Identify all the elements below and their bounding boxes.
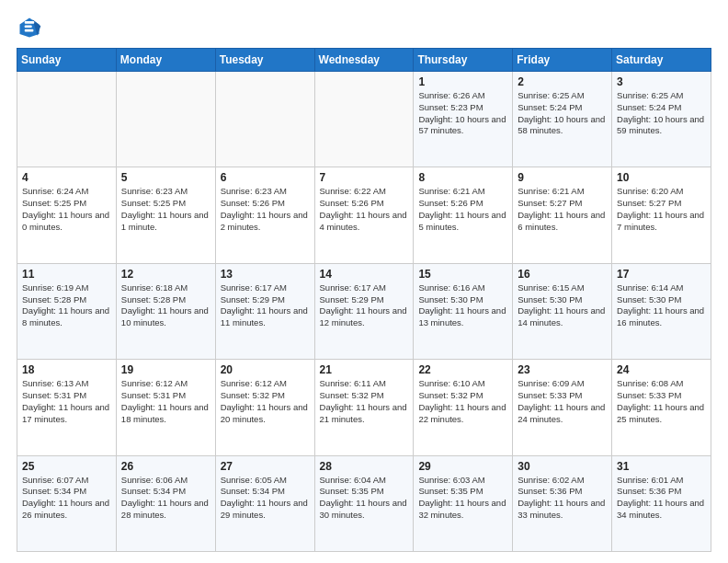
day-cell: 29Sunrise: 6:03 AM Sunset: 5:35 PM Dayli… bbox=[414, 455, 513, 551]
col-header-friday: Friday bbox=[513, 49, 612, 72]
week-row-3: 18Sunrise: 6:13 AM Sunset: 5:31 PM Dayli… bbox=[17, 360, 711, 455]
day-info: Sunrise: 6:02 AM Sunset: 5:36 PM Dayligh… bbox=[518, 475, 607, 522]
week-row-4: 25Sunrise: 6:07 AM Sunset: 5:34 PM Dayli… bbox=[17, 455, 711, 551]
col-header-tuesday: Tuesday bbox=[215, 49, 314, 72]
calendar-body: 1Sunrise: 6:26 AM Sunset: 5:23 PM Daylig… bbox=[17, 72, 711, 552]
day-info: Sunrise: 6:16 AM Sunset: 5:30 PM Dayligh… bbox=[418, 282, 507, 329]
day-info: Sunrise: 6:25 AM Sunset: 5:24 PM Dayligh… bbox=[518, 90, 607, 137]
day-cell: 28Sunrise: 6:04 AM Sunset: 5:35 PM Dayli… bbox=[314, 455, 414, 551]
week-row-0: 1Sunrise: 6:26 AM Sunset: 5:23 PM Daylig… bbox=[17, 72, 711, 167]
day-info: Sunrise: 6:23 AM Sunset: 5:26 PM Dayligh… bbox=[221, 186, 310, 233]
day-cell: 10Sunrise: 6:20 AM Sunset: 5:27 PM Dayli… bbox=[612, 167, 711, 263]
day-cell: 15Sunrise: 6:16 AM Sunset: 5:30 PM Dayli… bbox=[414, 263, 513, 359]
day-info: Sunrise: 6:03 AM Sunset: 5:35 PM Dayligh… bbox=[418, 475, 507, 522]
day-number: 5 bbox=[121, 171, 210, 184]
day-number: 6 bbox=[221, 171, 310, 184]
day-number: 9 bbox=[518, 171, 607, 184]
calendar-header: SundayMondayTuesdayWednesdayThursdayFrid… bbox=[17, 49, 711, 72]
day-info: Sunrise: 6:22 AM Sunset: 5:26 PM Dayligh… bbox=[320, 186, 409, 233]
day-cell: 25Sunrise: 6:07 AM Sunset: 5:34 PM Dayli… bbox=[17, 455, 117, 551]
day-number: 23 bbox=[518, 363, 607, 376]
day-cell: 23Sunrise: 6:09 AM Sunset: 5:33 PM Dayli… bbox=[513, 360, 612, 455]
day-number: 13 bbox=[221, 268, 310, 281]
svg-rect-2 bbox=[25, 21, 35, 24]
day-cell: 12Sunrise: 6:18 AM Sunset: 5:28 PM Dayli… bbox=[116, 263, 215, 359]
day-number: 17 bbox=[617, 268, 706, 281]
day-cell bbox=[215, 72, 314, 167]
day-number: 20 bbox=[221, 363, 310, 376]
day-cell: 2Sunrise: 6:25 AM Sunset: 5:24 PM Daylig… bbox=[513, 72, 612, 167]
day-number: 29 bbox=[418, 460, 507, 473]
calendar: SundayMondayTuesdayWednesdayThursdayFrid… bbox=[17, 48, 711, 552]
day-number: 3 bbox=[617, 75, 706, 88]
day-number: 2 bbox=[518, 75, 607, 88]
day-cell: 21Sunrise: 6:11 AM Sunset: 5:32 PM Dayli… bbox=[314, 360, 414, 455]
day-info: Sunrise: 6:01 AM Sunset: 5:36 PM Dayligh… bbox=[617, 475, 706, 522]
day-number: 24 bbox=[617, 363, 706, 376]
day-cell bbox=[116, 72, 215, 167]
day-number: 19 bbox=[121, 363, 210, 376]
day-info: Sunrise: 6:17 AM Sunset: 5:29 PM Dayligh… bbox=[221, 282, 310, 329]
day-cell: 6Sunrise: 6:23 AM Sunset: 5:26 PM Daylig… bbox=[215, 167, 314, 263]
day-cell: 1Sunrise: 6:26 AM Sunset: 5:23 PM Daylig… bbox=[414, 72, 513, 167]
day-cell: 20Sunrise: 6:12 AM Sunset: 5:32 PM Dayli… bbox=[215, 360, 314, 455]
day-number: 1 bbox=[418, 75, 507, 88]
day-info: Sunrise: 6:18 AM Sunset: 5:28 PM Dayligh… bbox=[121, 282, 210, 329]
day-cell bbox=[17, 72, 117, 167]
day-number: 4 bbox=[22, 171, 111, 184]
day-info: Sunrise: 6:15 AM Sunset: 5:30 PM Dayligh… bbox=[518, 282, 607, 329]
day-cell: 18Sunrise: 6:13 AM Sunset: 5:31 PM Dayli… bbox=[17, 360, 117, 455]
day-info: Sunrise: 6:21 AM Sunset: 5:27 PM Dayligh… bbox=[518, 186, 607, 233]
day-info: Sunrise: 6:25 AM Sunset: 5:24 PM Dayligh… bbox=[617, 90, 706, 137]
col-header-thursday: Thursday bbox=[414, 49, 513, 72]
day-number: 30 bbox=[518, 460, 607, 473]
day-cell: 24Sunrise: 6:08 AM Sunset: 5:33 PM Dayli… bbox=[612, 360, 711, 455]
day-info: Sunrise: 6:20 AM Sunset: 5:27 PM Dayligh… bbox=[617, 186, 706, 233]
day-number: 12 bbox=[121, 268, 210, 281]
day-number: 27 bbox=[221, 460, 310, 473]
col-header-monday: Monday bbox=[116, 49, 215, 72]
day-number: 22 bbox=[418, 363, 507, 376]
day-info: Sunrise: 6:21 AM Sunset: 5:26 PM Dayligh… bbox=[418, 186, 507, 233]
col-header-wednesday: Wednesday bbox=[314, 49, 414, 72]
day-number: 25 bbox=[22, 460, 111, 473]
day-info: Sunrise: 6:09 AM Sunset: 5:33 PM Dayligh… bbox=[518, 378, 607, 425]
svg-rect-4 bbox=[25, 29, 34, 32]
day-cell: 8Sunrise: 6:21 AM Sunset: 5:26 PM Daylig… bbox=[414, 167, 513, 263]
day-number: 21 bbox=[320, 363, 409, 376]
day-number: 31 bbox=[617, 460, 706, 473]
day-info: Sunrise: 6:11 AM Sunset: 5:32 PM Dayligh… bbox=[320, 378, 409, 425]
day-info: Sunrise: 6:08 AM Sunset: 5:33 PM Dayligh… bbox=[617, 378, 706, 425]
logo-icon bbox=[17, 15, 42, 40]
day-cell: 31Sunrise: 6:01 AM Sunset: 5:36 PM Dayli… bbox=[612, 455, 711, 551]
day-number: 18 bbox=[22, 363, 111, 376]
logo bbox=[17, 15, 46, 40]
day-cell: 9Sunrise: 6:21 AM Sunset: 5:27 PM Daylig… bbox=[513, 167, 612, 263]
header bbox=[17, 15, 711, 40]
day-cell: 30Sunrise: 6:02 AM Sunset: 5:36 PM Dayli… bbox=[513, 455, 612, 551]
day-number: 10 bbox=[617, 171, 706, 184]
day-info: Sunrise: 6:26 AM Sunset: 5:23 PM Dayligh… bbox=[418, 90, 507, 137]
day-cell: 19Sunrise: 6:12 AM Sunset: 5:31 PM Dayli… bbox=[116, 360, 215, 455]
day-info: Sunrise: 6:17 AM Sunset: 5:29 PM Dayligh… bbox=[320, 282, 409, 329]
page: SundayMondayTuesdayWednesdayThursdayFrid… bbox=[0, 0, 728, 563]
day-info: Sunrise: 6:19 AM Sunset: 5:28 PM Dayligh… bbox=[22, 282, 111, 329]
day-info: Sunrise: 6:07 AM Sunset: 5:34 PM Dayligh… bbox=[22, 475, 111, 522]
header-row: SundayMondayTuesdayWednesdayThursdayFrid… bbox=[17, 49, 711, 72]
day-info: Sunrise: 6:12 AM Sunset: 5:32 PM Dayligh… bbox=[221, 378, 310, 425]
col-header-saturday: Saturday bbox=[612, 49, 711, 72]
day-info: Sunrise: 6:13 AM Sunset: 5:31 PM Dayligh… bbox=[22, 378, 111, 425]
day-number: 28 bbox=[320, 460, 409, 473]
day-number: 26 bbox=[121, 460, 210, 473]
day-cell: 7Sunrise: 6:22 AM Sunset: 5:26 PM Daylig… bbox=[314, 167, 414, 263]
day-number: 14 bbox=[320, 268, 409, 281]
day-cell: 3Sunrise: 6:25 AM Sunset: 5:24 PM Daylig… bbox=[612, 72, 711, 167]
day-cell bbox=[314, 72, 414, 167]
day-info: Sunrise: 6:12 AM Sunset: 5:31 PM Dayligh… bbox=[121, 378, 210, 425]
day-cell: 4Sunrise: 6:24 AM Sunset: 5:25 PM Daylig… bbox=[17, 167, 117, 263]
day-number: 15 bbox=[418, 268, 507, 281]
day-cell: 11Sunrise: 6:19 AM Sunset: 5:28 PM Dayli… bbox=[17, 263, 117, 359]
day-info: Sunrise: 6:14 AM Sunset: 5:30 PM Dayligh… bbox=[617, 282, 706, 329]
week-row-1: 4Sunrise: 6:24 AM Sunset: 5:25 PM Daylig… bbox=[17, 167, 711, 263]
day-number: 16 bbox=[518, 268, 607, 281]
